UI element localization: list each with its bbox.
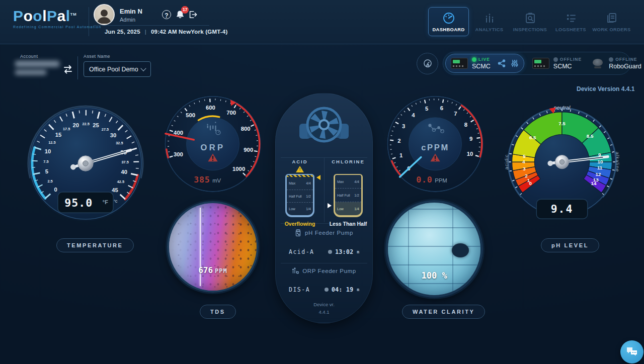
svg-text:9: 9	[469, 136, 472, 142]
svg-text:mV: mV	[212, 177, 221, 184]
asset-select[interactable]: Office Pool Demo	[84, 61, 151, 77]
chlorine-title: CHLORINE	[332, 159, 365, 164]
pump-head	[276, 105, 372, 148]
acid-tank: Max4/4 Half Full1/2 Low1/4	[285, 174, 314, 217]
person-icon	[97, 8, 112, 24]
gauge-lock-icon	[422, 58, 433, 69]
temperature-gauge: 02.557.51012.51517.52022.52527.53032.535…	[26, 103, 145, 224]
svg-text:0.0: 0.0	[416, 175, 433, 185]
svg-text:1: 1	[399, 152, 403, 158]
avatar[interactable]	[94, 4, 115, 25]
device-name: RoboGuard	[609, 63, 641, 70]
nav-work-orders[interactable]: WORK ORDERS	[591, 7, 632, 36]
nav-inspections[interactable]: INSPECTIONS	[510, 7, 550, 36]
water-clarity-gauge: 100 %	[385, 200, 483, 298]
svg-text:32.5: 32.5	[116, 141, 123, 145]
feeder-pump-icon	[295, 229, 301, 236]
tds-particles	[169, 203, 257, 291]
nav-analytics[interactable]: ANALYTICS	[469, 7, 510, 36]
chat-widget-button[interactable]	[620, 340, 643, 363]
svg-text:2: 2	[397, 138, 400, 144]
live-status-dot	[472, 57, 476, 62]
chlorine-tank: Max4/4 Half Full1/2 Low1/4	[334, 174, 363, 217]
nav-label: LOGSHEETS	[555, 27, 586, 32]
svg-text:17.5: 17.5	[63, 127, 70, 131]
chevron-down-icon	[140, 65, 146, 71]
device-chip-scmc-offline[interactable]: OFFLINE SCMC	[527, 54, 587, 73]
nav-logsheets[interactable]: LOGSHEETS	[550, 7, 591, 36]
share-icon[interactable]	[498, 59, 506, 67]
user-name: Emin N	[120, 8, 142, 15]
device-chip-roboguard[interactable]: OFFLINE RoboGuard	[587, 54, 644, 73]
device-chip-scmc-live[interactable]: LIVE SCMC	[445, 54, 524, 73]
svg-text:600: 600	[206, 105, 215, 111]
cppm-gauge: 012345678910cPPM0.0PPM	[382, 92, 488, 198]
user-divider	[94, 25, 209, 26]
svg-text:1: 1	[527, 177, 530, 183]
orp-pump-runtime: 04: 19m	[325, 286, 359, 293]
orp-feeder-section: ORP Feeder Pump DIS-A 04: 19m	[276, 267, 372, 293]
device-version-text: Device Version 4.4.1	[577, 85, 634, 93]
svg-text:700: 700	[226, 110, 236, 116]
svg-text:3: 3	[523, 166, 526, 171]
tds-gauge: 676PPM	[167, 201, 259, 293]
nav-dashboard[interactable]: DASHBOARD	[428, 7, 469, 36]
switch-account-icon[interactable]	[62, 64, 73, 75]
orp-pump-channel: DIS-A	[289, 286, 310, 293]
offline-status-dot	[609, 57, 613, 62]
svg-text:10: 10	[598, 159, 603, 164]
chlorine-status: Less Than Half	[330, 221, 367, 227]
runtime-dot	[328, 250, 332, 254]
ph-level-pill[interactable]: pH LEVEL	[541, 238, 599, 252]
chlorine-level-marker	[328, 203, 332, 208]
svg-text:900: 900	[244, 147, 253, 153]
sliders-icon[interactable]	[511, 59, 519, 67]
logo-tm: TM	[70, 12, 77, 17]
analytics-icon	[483, 12, 496, 25]
orp-pump-icon	[292, 267, 299, 274]
svg-text:12.5: 12.5	[48, 140, 55, 145]
logout-icon[interactable]	[188, 10, 197, 19]
logsheets-icon	[565, 12, 578, 25]
svg-text:25: 25	[93, 122, 99, 128]
device-settings-button[interactable]	[417, 53, 438, 74]
svg-text:7.5: 7.5	[43, 159, 48, 164]
pool-drain-dot	[452, 243, 469, 257]
date-separator: |	[145, 29, 146, 35]
svg-text:20: 20	[73, 122, 79, 128]
runtime-dot	[325, 288, 329, 292]
acid-tank-column: ACID Max4/4 Half Full1/2 Low1/4 Overflow…	[276, 159, 324, 227]
acid-status: Overflowing	[285, 221, 315, 227]
water-clarity-pill[interactable]: WATER CLARITY	[402, 305, 485, 319]
acid-title: ACID	[292, 159, 307, 164]
asset-select-value: Office Pool Demo	[89, 66, 141, 73]
svg-text:22.5: 22.5	[83, 122, 90, 126]
ph-pump-runtime: 13:02m	[328, 248, 359, 255]
ph-pump-title: pH Feeder Pump	[305, 230, 353, 236]
svg-text:800: 800	[241, 126, 251, 132]
svg-text:5: 5	[425, 106, 428, 112]
svg-text:6: 6	[440, 105, 443, 111]
svg-text:9.4: 9.4	[551, 203, 574, 215]
temperature-pill[interactable]: TEMPERATURE	[56, 238, 134, 252]
controller-thumbnail	[451, 58, 468, 69]
svg-text:95.0: 95.0	[64, 197, 93, 209]
svg-text:500: 500	[186, 112, 195, 118]
svg-text:45: 45	[112, 187, 118, 193]
svg-text:ORP: ORP	[200, 143, 225, 152]
svg-text:°C: °C	[114, 200, 118, 203]
tds-pill[interactable]: TDS	[200, 305, 236, 319]
svg-text:37.5: 37.5	[121, 160, 128, 164]
svg-text:2: 2	[525, 173, 528, 178]
panel-divider	[281, 223, 367, 224]
device-status: OFFLINE	[615, 57, 637, 62]
svg-text:4: 4	[522, 159, 525, 164]
inspections-icon	[524, 12, 537, 25]
account-label: Account	[20, 54, 38, 59]
dashboard-gauge-icon	[442, 12, 455, 25]
warning-triangle-icon	[296, 166, 304, 172]
svg-text:11: 11	[597, 165, 603, 170]
device-name: SCMC	[472, 63, 491, 70]
help-icon[interactable]	[162, 10, 171, 19]
tank-levels: ACID Max4/4 Half Full1/2 Low1/4 Overflow…	[276, 159, 372, 227]
